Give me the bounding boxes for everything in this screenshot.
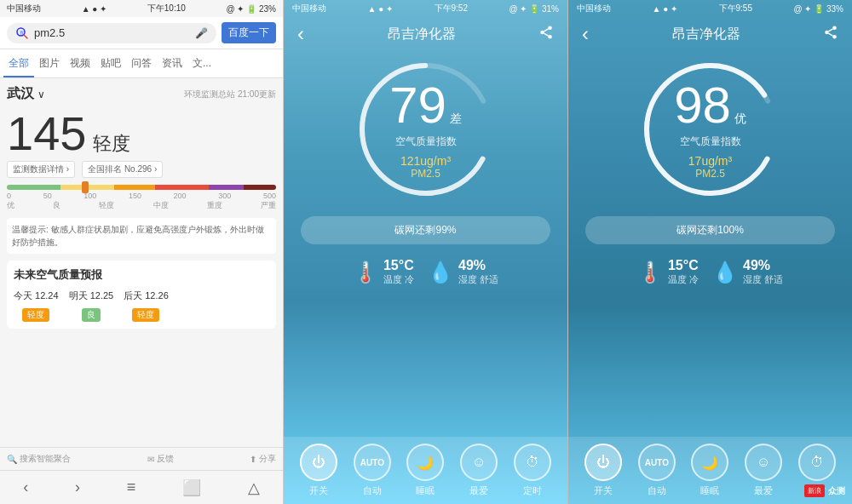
p1-favorite-button[interactable]: ☺ xyxy=(460,444,498,481)
p2-auto-label: 自动 xyxy=(648,484,666,497)
forecast-badge-day-after: 轻度 xyxy=(132,308,159,322)
p1-weather-row: 🌡️ 15°C 温度 冷 💧 49% 湿度 舒适 xyxy=(284,251,567,293)
p1-back-button[interactable]: ‹ xyxy=(297,22,304,46)
p1-time: 下午9:52 xyxy=(435,3,468,14)
p2-auto-button[interactable]: AUTO xyxy=(638,444,676,481)
p2-humidity-desc: 湿度 舒适 xyxy=(743,273,783,286)
aqi-level: 轻度 xyxy=(93,131,130,157)
svg-point-5 xyxy=(548,35,552,39)
p1-auto-button[interactable]: AUTO xyxy=(354,444,391,481)
monitoring-detail-button[interactable]: 监测数据详情 › xyxy=(7,161,75,178)
p1-favorite-control: ☺ 最爱 xyxy=(460,444,498,497)
forecast-row: 今天 12.24 轻度 明天 12.25 良 后天 12.26 轻度 xyxy=(14,289,269,322)
p1-share-icon[interactable] xyxy=(538,25,554,44)
city-name: 武汉 xyxy=(7,85,34,103)
p2-humidity-value: 49% xyxy=(743,258,783,273)
watermark-text: 众测 xyxy=(828,485,845,497)
purifier-panel-2: 中国移动 ▲ ● ✦ 下午9:55 @ ✦ 🔋 33% ‹ 昂吉净化器 98 优… xyxy=(568,0,852,504)
p2-weather-row: 🌡️ 15°C 温度 冷 💧 49% 湿度 舒适 xyxy=(568,251,852,293)
status-icons: ▲ ● ✦ xyxy=(82,4,107,14)
search-bar: 百 pm2.5 🎤 百度一下 xyxy=(0,17,283,49)
p2-power-label: 开关 xyxy=(594,484,613,497)
p1-humidity-item: 💧 49% 湿度 舒适 xyxy=(428,258,498,286)
forecast-badge-tomorrow: 良 xyxy=(82,308,101,322)
nav-tabs: 全部 图片 视频 贴吧 问答 资讯 文... xyxy=(0,49,283,78)
p1-gauge-center: 79 差 空气质量指数 121ug/m³ PM2.5 xyxy=(389,80,462,180)
baidu-icon: 百 xyxy=(15,26,29,40)
p1-battery-status: @ ✦ 🔋 31% xyxy=(509,4,559,14)
p2-temp-item: 🌡️ 15°C 温度 冷 xyxy=(637,258,699,286)
p2-filter-button[interactable]: 碳网还剩100% xyxy=(585,216,835,244)
home-button[interactable]: △ xyxy=(248,478,260,497)
national-ranking-button[interactable]: 全国排名 No.296 › xyxy=(82,161,163,178)
watermark-logo: 新浪 xyxy=(804,484,825,497)
p1-thermometer-icon: 🌡️ xyxy=(353,261,378,284)
p1-temp-value: 15°C xyxy=(383,258,414,273)
p1-sleep-label: 睡眠 xyxy=(416,484,435,497)
p1-pm-label: PM2.5 xyxy=(389,168,462,180)
forecast-day-after: 后天 12.26 轻度 xyxy=(124,289,169,322)
p2-temp-value: 15°C xyxy=(668,258,699,273)
search-input-container[interactable]: 百 pm2.5 🎤 xyxy=(7,23,216,43)
p1-humidity-desc: 湿度 舒适 xyxy=(458,273,498,286)
p2-back-button[interactable]: ‹ xyxy=(582,22,589,46)
p2-power-button[interactable]: ⏻ xyxy=(584,444,622,481)
p1-timer-label: 定时 xyxy=(523,484,542,497)
progress-bar-bg xyxy=(7,185,276,190)
search-query-text[interactable]: pm2.5 xyxy=(34,26,190,39)
p2-favorite-control: ☺ 最爱 xyxy=(745,444,782,497)
p1-wifi-icon: ▲ ● ✦ xyxy=(368,4,394,14)
forecast-tomorrow: 明天 12.25 良 xyxy=(69,289,114,322)
p1-power-button[interactable]: ⏻ xyxy=(300,444,337,481)
p2-title: 昂吉净化器 xyxy=(672,26,740,43)
tab-video[interactable]: 视频 xyxy=(65,49,95,77)
forecast-title: 未来空气质量预报 xyxy=(14,267,269,283)
tab-qa[interactable]: 问答 xyxy=(126,49,157,77)
p1-power-label: 开关 xyxy=(309,484,328,497)
svg-line-13 xyxy=(828,33,832,36)
p2-share-icon[interactable] xyxy=(823,25,838,44)
tab-images[interactable]: 图片 xyxy=(34,49,65,77)
purifier1-status-bar: 中国移动 ▲ ● ✦ 下午9:52 @ ✦ 🔋 31% xyxy=(284,0,567,17)
p2-gauge-container: 98 优 空气质量指数 17ug/m³ PM2.5 xyxy=(634,53,787,206)
forecast-badge-today: 轻度 xyxy=(22,308,49,322)
p2-favorite-button[interactable]: ☺ xyxy=(745,444,782,481)
progress-numbers: 0 50 100 150 200 300 500 xyxy=(7,192,276,200)
p2-timer-button[interactable]: ⏱ xyxy=(798,444,836,481)
tab-all[interactable]: 全部 xyxy=(3,49,34,77)
tab-news[interactable]: 资讯 xyxy=(157,49,187,77)
smart-search-text: 🔍 搜索智能聚合 xyxy=(7,453,71,465)
p1-timer-button[interactable]: ⏱ xyxy=(514,444,551,481)
p2-sleep-label: 睡眠 xyxy=(700,484,719,497)
forward-button[interactable]: › xyxy=(75,478,80,496)
mic-icon[interactable]: 🎤 xyxy=(195,27,208,39)
forecast-section: 未来空气质量预报 今天 12.24 轻度 明天 12.25 良 后天 12.26… xyxy=(7,261,276,329)
feedback-button[interactable]: ✉ 反馈 xyxy=(147,453,174,465)
location-expand-icon: ∨ xyxy=(37,89,45,100)
baidu-panel: 中国移动 ▲ ● ✦ 下午10:10 @ ✦ 🔋 23% 百 pm2.5 🎤 百… xyxy=(0,0,284,504)
aqi-progress-bar: 0 50 100 150 200 300 500 优 良 轻度 中度 重度 严重 xyxy=(7,185,276,211)
aqi-display: 145 轻度 xyxy=(7,110,276,158)
p1-filter-button[interactable]: 碳网还剩99% xyxy=(301,216,550,244)
p1-power-control: ⏻ 开关 xyxy=(300,444,337,497)
svg-point-12 xyxy=(832,35,837,39)
svg-text:百: 百 xyxy=(20,30,24,34)
p1-title: 昂吉净化器 xyxy=(388,26,456,43)
location-row: 武汉 ∨ 环境监测总站 21:00更新 xyxy=(7,85,276,103)
p2-time: 下午9:55 xyxy=(719,3,752,14)
location-info[interactable]: 武汉 ∨ xyxy=(7,85,45,103)
menu-button[interactable]: ≡ xyxy=(127,478,136,496)
tab-more[interactable]: 文... xyxy=(187,49,216,77)
back-button[interactable]: ‹ xyxy=(23,478,28,496)
p2-sleep-button[interactable]: 🌙 xyxy=(691,444,728,481)
aqi-number: 145 xyxy=(7,110,86,158)
tab-tieba[interactable]: 贴吧 xyxy=(95,49,126,77)
p1-humidity-info: 49% 湿度 舒适 xyxy=(458,258,498,286)
p1-favorite-label: 最爱 xyxy=(469,484,488,497)
baidu-search-button[interactable]: 百度一下 xyxy=(222,22,276,43)
svg-point-3 xyxy=(548,26,552,30)
share-button[interactable]: ⬆ 分享 xyxy=(250,453,276,465)
tabs-button[interactable]: ⬜ xyxy=(182,478,201,497)
carrier-text: 中国移动 xyxy=(7,3,41,14)
p1-sleep-button[interactable]: 🌙 xyxy=(406,444,444,481)
